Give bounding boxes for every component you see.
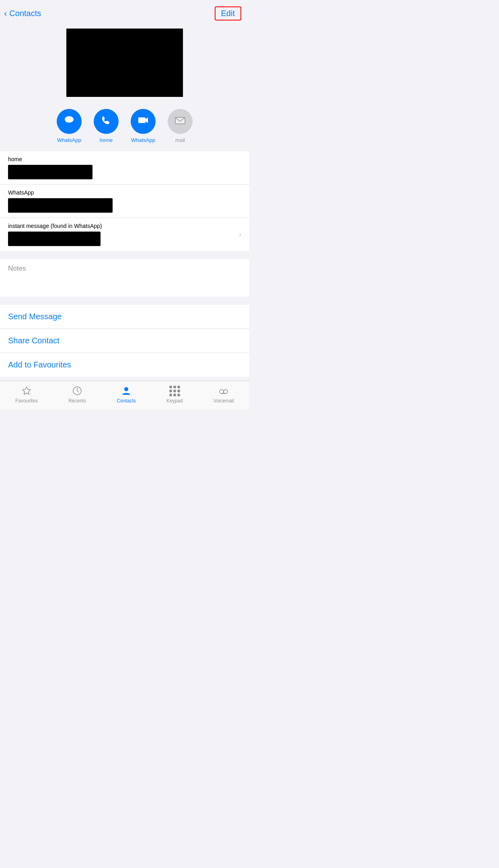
home-phone-row: home <box>0 151 249 185</box>
home-call-circle <box>94 109 119 134</box>
info-section: home WhatsApp instant message (found in … <box>0 151 249 251</box>
tab-bar: Favourites Recents Contacts Keypad <box>0 381 249 410</box>
whatsapp-message-label: WhatsApp <box>57 137 81 143</box>
tab-keypad[interactable]: Keypad <box>166 386 183 404</box>
tab-contacts[interactable]: Contacts <box>117 385 136 404</box>
whatsapp-video-button[interactable]: WhatsApp <box>131 109 156 143</box>
back-chevron-icon: ‹ <box>4 9 7 18</box>
tab-favourites[interactable]: Favourites <box>15 385 38 404</box>
section-divider-2 <box>0 301 249 305</box>
share-contact-button[interactable]: Share Contact <box>0 329 249 353</box>
svg-point-9 <box>124 387 128 391</box>
whatsapp-video-label: WhatsApp <box>131 137 155 143</box>
mail-circle <box>168 109 193 134</box>
add-to-favourites-button[interactable]: Add to Favourites <box>0 353 249 377</box>
svg-marker-7 <box>23 387 31 394</box>
home-call-label: home <box>100 137 113 143</box>
section-divider-1 <box>0 255 249 259</box>
whatsapp-message-circle <box>57 109 82 134</box>
whatsapp-row: WhatsApp <box>0 185 249 218</box>
mail-button[interactable]: mail <box>168 109 193 143</box>
svg-marker-4 <box>146 117 148 123</box>
tab-recents[interactable]: Recents <box>68 385 86 404</box>
back-label: Contacts <box>9 9 41 18</box>
action-list: Send Message Share Contact Add to Favour… <box>0 301 249 377</box>
svg-rect-3 <box>138 117 146 123</box>
person-icon <box>121 385 132 396</box>
whatsapp-message-button[interactable]: WhatsApp <box>57 109 82 143</box>
avatar <box>66 29 183 97</box>
send-message-button[interactable]: Send Message <box>0 305 249 329</box>
whatsapp-message-icon <box>62 113 76 130</box>
whatsapp-value <box>8 198 113 213</box>
notes-section: Notes <box>0 255 249 297</box>
action-buttons-row: WhatsApp home WhatsApp <box>0 105 249 151</box>
home-phone-label: home <box>8 156 241 162</box>
notes-label: Notes <box>0 259 249 297</box>
mail-icon <box>173 113 187 130</box>
whatsapp-label: WhatsApp <box>8 189 241 196</box>
phone-icon <box>99 113 113 130</box>
whatsapp-video-circle <box>131 109 156 134</box>
svg-point-1 <box>65 116 74 123</box>
keypad-icon <box>169 386 180 396</box>
video-icon <box>136 113 150 130</box>
tab-favourites-label: Favourites <box>15 398 38 404</box>
instant-message-label: instant message (found in WhatsApp) <box>8 223 102 229</box>
instant-message-value <box>8 232 101 246</box>
tab-keypad-label: Keypad <box>166 398 183 404</box>
tab-voicemail-label: Voicemail <box>214 398 234 404</box>
home-call-button[interactable]: home <box>94 109 119 143</box>
mail-label: mail <box>175 137 185 143</box>
avatar-section <box>0 25 249 105</box>
home-phone-value <box>8 165 92 179</box>
edit-button[interactable]: Edit <box>215 6 241 21</box>
star-icon <box>21 385 32 396</box>
clock-icon <box>72 385 83 396</box>
instant-message-row[interactable]: instant message (found in WhatsApp) › <box>0 218 249 251</box>
back-button[interactable]: ‹ Contacts <box>4 9 41 18</box>
tab-voicemail[interactable]: Voicemail <box>214 385 234 404</box>
header: ‹ Contacts Edit <box>0 0 249 25</box>
tab-contacts-label: Contacts <box>117 398 136 404</box>
svg-point-10 <box>220 390 224 394</box>
tab-recents-label: Recents <box>68 398 86 404</box>
chevron-right-icon: › <box>239 230 241 239</box>
voicemail-icon <box>218 385 229 396</box>
svg-point-11 <box>224 390 228 394</box>
